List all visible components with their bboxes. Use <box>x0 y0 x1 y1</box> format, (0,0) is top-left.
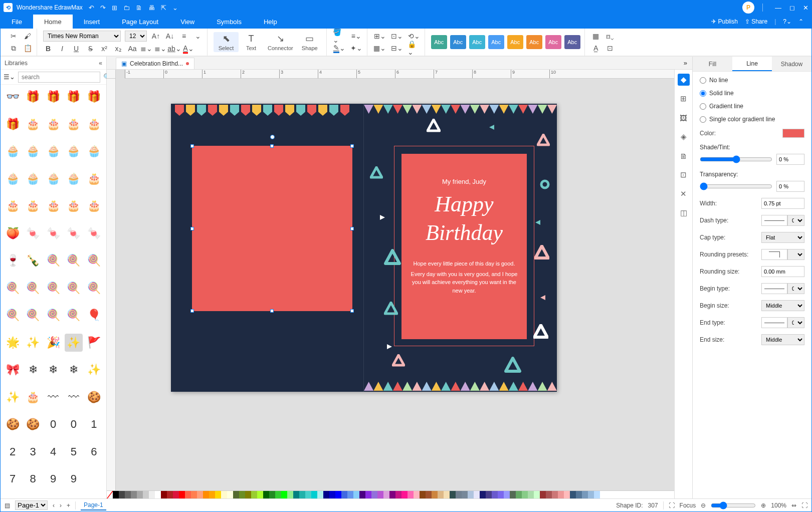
palette-swatch[interactable] <box>257 491 263 498</box>
library-shape[interactable]: 0 <box>65 415 83 433</box>
library-shape[interactable]: 🧁 <box>4 170 22 188</box>
right-rail-item[interactable]: ⊡ <box>678 169 690 181</box>
library-shape[interactable]: 🧁 <box>85 142 103 160</box>
lock-icon[interactable]: 🔒⌄ <box>408 43 421 53</box>
qat-button[interactable]: 🗀 <box>123 4 130 12</box>
align-icon[interactable]: ⊡⌄ <box>390 31 403 41</box>
library-shape[interactable]: 🧁 <box>44 170 62 188</box>
line-color-icon[interactable]: ✎⌄ <box>333 43 346 53</box>
end-size-select[interactable]: Middle <box>761 334 804 345</box>
palette-swatch[interactable] <box>456 491 462 498</box>
palette-swatch[interactable] <box>498 491 504 498</box>
library-shape[interactable]: 3 <box>24 443 42 461</box>
palette-swatch[interactable] <box>113 491 119 498</box>
menu-tab-insert[interactable]: Insert <box>73 15 111 29</box>
highlight-icon[interactable]: ab⌄ <box>169 44 179 54</box>
library-shape[interactable]: 🧁 <box>65 142 83 160</box>
palette-swatch[interactable] <box>576 491 582 498</box>
library-shape[interactable]: 🎁 <box>24 88 42 106</box>
dash-select[interactable]: 00 <box>787 215 804 226</box>
palette-swatch[interactable] <box>209 491 215 498</box>
number-list-icon[interactable]: ≣⌄ <box>155 44 165 54</box>
focus-icon[interactable]: ⛶ <box>669 502 675 509</box>
palette-swatch[interactable] <box>438 491 444 498</box>
library-shape[interactable]: 🎈 <box>85 306 103 324</box>
library-shape[interactable]: 🎂 <box>85 115 103 133</box>
library-shape[interactable]: 🍭 <box>65 279 83 297</box>
library-shape[interactable]: 🍬 <box>44 224 62 242</box>
begin-size-select[interactable]: Middle <box>761 300 804 311</box>
library-shape[interactable]: 🎂 <box>85 170 103 188</box>
library-shape[interactable]: 9 <box>65 470 83 488</box>
theme-style-swatch[interactable]: Abc <box>526 35 542 49</box>
library-shape[interactable]: 👓 <box>4 88 22 106</box>
qat-button[interactable]: ↷ <box>100 4 106 12</box>
library-shape[interactable]: ✨ <box>65 334 83 352</box>
bullet-list-icon[interactable]: ≣⌄ <box>141 44 151 54</box>
library-shape[interactable]: 🍑 <box>4 224 22 242</box>
resize-handle-e[interactable] <box>350 227 354 230</box>
library-shape[interactable]: ❄ <box>24 361 42 379</box>
palette-swatch[interactable] <box>299 491 305 498</box>
share-button[interactable]: ⇪ Share <box>745 18 767 25</box>
card-body-rect[interactable]: My friend, Judy Happy Birthday Hope ever… <box>401 154 527 339</box>
library-shape[interactable]: 🍬 <box>65 224 83 242</box>
bring-front-icon[interactable]: ▦⌄ <box>373 43 386 53</box>
palette-swatch[interactable] <box>341 491 347 498</box>
library-shape[interactable]: 🎂 <box>24 388 42 406</box>
palette-swatch[interactable] <box>486 491 492 498</box>
italic-icon[interactable]: I <box>57 44 67 54</box>
palette-swatch[interactable] <box>558 491 564 498</box>
minimize-button[interactable]: — <box>775 4 781 12</box>
library-shape[interactable]: 🍭 <box>4 279 22 297</box>
superscript-icon[interactable]: x² <box>99 44 109 54</box>
palette-swatch[interactable] <box>546 491 552 498</box>
library-shape[interactable]: 🍭 <box>24 306 42 324</box>
shade-slider[interactable] <box>700 155 772 163</box>
library-shape[interactable]: 🧁 <box>4 142 22 160</box>
palette-swatch[interactable] <box>426 491 432 498</box>
page-tab[interactable]: Page-1 <box>81 500 106 510</box>
palette-swatch[interactable] <box>287 491 293 498</box>
palette-swatch[interactable] <box>395 491 401 498</box>
library-shape[interactable]: ❄ <box>44 361 62 379</box>
palette-swatch[interactable] <box>582 491 588 498</box>
text-settings-icon[interactable]: A̲ <box>591 43 601 53</box>
round-size-input[interactable] <box>761 266 804 277</box>
palette-swatch[interactable] <box>197 491 203 498</box>
palette-swatch[interactable] <box>540 491 546 498</box>
palette-swatch[interactable] <box>269 491 275 498</box>
library-shape[interactable]: 7 <box>4 470 22 488</box>
fit-page-icon[interactable]: ⛶ <box>801 502 807 509</box>
theme-style-swatch[interactable]: Abc <box>507 35 523 49</box>
palette-swatch[interactable] <box>468 491 474 498</box>
library-shape[interactable]: 🎂 <box>24 115 42 133</box>
right-rail-item[interactable]: ✕ <box>678 188 690 200</box>
palette-swatch[interactable] <box>227 491 233 498</box>
library-shape[interactable]: 🍭 <box>65 251 83 270</box>
palette-swatch[interactable] <box>329 491 335 498</box>
round-preset-select[interactable] <box>787 249 804 260</box>
palette-swatch[interactable] <box>281 491 287 498</box>
panel-expand-icon[interactable]: » <box>679 57 692 69</box>
qat-button[interactable]: ↶ <box>89 4 94 12</box>
select-tool[interactable]: ⬉Select <box>214 32 239 52</box>
menu-tab-help[interactable]: Help <box>253 15 288 29</box>
align-dropdown-icon[interactable]: ⌄ <box>193 31 203 41</box>
palette-swatch[interactable] <box>353 491 359 498</box>
page-add-icon[interactable]: + <box>67 502 70 509</box>
palette-swatch[interactable] <box>215 491 221 498</box>
palette-swatch[interactable] <box>119 491 125 498</box>
library-shape[interactable]: 8 <box>24 470 42 488</box>
theme-style-swatch[interactable]: Abc <box>488 35 504 49</box>
resize-handle-se[interactable] <box>350 309 354 313</box>
right-rail-item[interactable]: ⊞ <box>678 93 690 105</box>
right-rail-item[interactable]: ◈ <box>678 131 690 143</box>
format-painter-icon[interactable]: 🖌 <box>23 31 33 41</box>
increase-font-icon[interactable]: A↑ <box>151 31 161 41</box>
palette-swatch[interactable] <box>359 491 365 498</box>
palette-swatch[interactable] <box>311 491 317 498</box>
strikethrough-icon[interactable]: S̶ <box>85 44 95 54</box>
palette-swatch[interactable] <box>155 491 161 498</box>
palette-swatch[interactable] <box>474 491 480 498</box>
